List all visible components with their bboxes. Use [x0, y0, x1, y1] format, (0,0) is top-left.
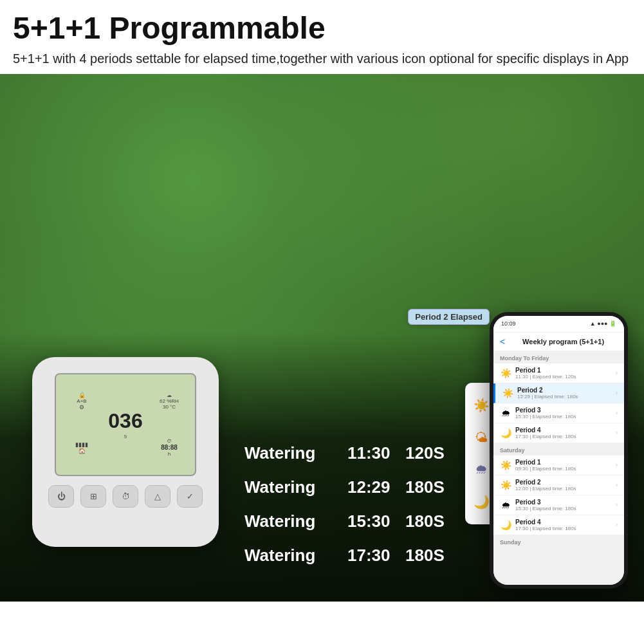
watering-label-3: Watering — [244, 511, 335, 531]
section-monday-friday: Monday To Friday — [493, 351, 624, 363]
period2-elapsed-label: Period 2 Elapsed — [415, 312, 483, 322]
period-sat-4-detail: 17:30 | Elapsed time: 180s — [515, 526, 612, 531]
sidebar-icon-sun-1: ☀️ — [474, 398, 490, 413]
watering-label-1: Watering — [244, 443, 335, 463]
chevron-right-icon: › — [616, 369, 618, 376]
watering-duration-2: 180S — [405, 477, 445, 497]
sidebar-icon-sun-2: 🌤 — [475, 430, 488, 445]
app-screen-title: Weekly program (5+1+1) — [509, 338, 618, 345]
period-sat-3-detail: 15:30 | Elapsed time: 180s — [515, 506, 612, 511]
period-3-name: Period 3 — [515, 407, 612, 414]
period-info-3: Period 3 15:30 | Elapsed time: 180s — [515, 407, 612, 419]
screen-timer-cell: ⏱ 88:88 h — [149, 426, 190, 470]
period-4-detail: 17:30 | Elapsed time: 180s — [515, 434, 612, 439]
screen-env-cell: ☁ 62 %RH 30 °C — [149, 380, 190, 423]
period-icon-sun-sat-2: ☀️ — [500, 480, 511, 490]
time-unit: h — [168, 451, 170, 457]
period-icon-sun-2: ☀️ — [502, 388, 513, 398]
period-icon-moon-sat: 🌙 — [500, 520, 511, 530]
period-4-name: Period 4 — [515, 427, 612, 434]
period-row-sat-3[interactable]: 🌧 Period 3 15:30 | Elapsed time: 180s › — [493, 495, 624, 515]
device-screen: 🔒 A+B ⚙ 036 s ☁ 62 %RH 30 °C ▮▮▮▮ — [55, 373, 196, 476]
period-info-sat-2: Period 2 12:00 | Elapsed time: 180s — [515, 479, 612, 492]
header-section: 5+1+1 Programmable 5+1+1 with 4 periods … — [0, 0, 644, 74]
period-row-mf-2[interactable]: ☀️ Period 2 12:29 | Elapsed time: 180s › — [493, 383, 624, 403]
device-btn-timer[interactable]: ⏱ — [113, 485, 138, 508]
period-1-detail: 11:30 | Elapsed time: 120s — [515, 374, 612, 380]
watering-time-2: 12:29 — [347, 477, 392, 497]
screen-unit-s: s — [124, 433, 127, 439]
smartphone: 10:09 ▲ ●●● 🔋 < Weekly program (5+1+1) M… — [490, 312, 628, 589]
device-container: 🔒 A+B ⚙ 036 s ☁ 62 %RH 30 °C ▮▮▮▮ — [32, 357, 232, 563]
period-row-sat-1[interactable]: ☀️ Period 1 09:30 | Elapsed time: 180s › — [493, 455, 624, 475]
screen-battery-cell: ▮▮▮▮ 🏠 — [61, 426, 102, 470]
period-info-sat-4: Period 4 17:30 | Elapsed time: 180s — [515, 519, 612, 531]
period-icon-rain-sat: 🌧 — [500, 500, 511, 510]
period2-elapsed-badge: Period 2 Elapsed — [408, 309, 490, 325]
watering-time-4: 17:30 — [347, 546, 392, 566]
watering-time-1: 11:30 — [347, 443, 392, 463]
period-info-4: Period 4 17:30 | Elapsed time: 180s — [515, 427, 612, 439]
watering-duration-4: 180S — [405, 546, 445, 566]
period-sat-1-name: Period 1 — [515, 459, 612, 466]
status-bar: 10:09 ▲ ●●● 🔋 — [493, 316, 624, 333]
device-btn-power[interactable]: ⏻ — [48, 485, 74, 508]
watering-label-4: Watering — [244, 546, 335, 566]
back-button[interactable]: < — [500, 336, 505, 347]
sidebar-icon-moon: 🌙 — [474, 494, 490, 510]
period-row-sat-4[interactable]: 🌙 Period 4 17:30 | Elapsed time: 180s › — [493, 515, 624, 535]
device-buttons: ⏻ ⊞ ⏱ △ ✓ — [48, 485, 203, 508]
time-display: 88:88 — [161, 444, 178, 451]
period-info-2: Period 2 12:29 | Elapsed time: 180s — [517, 387, 612, 400]
section-saturday: Saturday — [493, 443, 624, 455]
chevron-right-icon-2: › — [616, 389, 618, 396]
watering-label-2: Watering — [244, 477, 335, 497]
period-icon-rain: 🌧 — [500, 408, 511, 418]
watering-row-3: Watering 15:30 180S — [244, 508, 476, 535]
period-1-name: Period 1 — [515, 367, 612, 374]
watering-row-2: Watering 12:29 180S — [244, 474, 476, 501]
period-row-mf-1[interactable]: ☀️ Period 1 11:30 | Elapsed time: 120s › — [493, 363, 624, 383]
smart-controller-device: 🔒 A+B ⚙ 036 s ☁ 62 %RH 30 °C ▮▮▮▮ — [32, 357, 219, 547]
period-sat-2-name: Period 2 — [515, 479, 612, 486]
device-btn-up[interactable]: △ — [145, 485, 170, 508]
background-area: 🔒 A+B ⚙ 036 s ☁ 62 %RH 30 °C ▮▮▮▮ — [0, 74, 644, 602]
watering-duration-3: 180S — [405, 511, 445, 531]
period-info-sat-1: Period 1 09:30 | Elapsed time: 180s — [515, 459, 612, 472]
period-row-mf-3[interactable]: 🌧 Period 3 15:30 | Elapsed time: 180s › — [493, 403, 624, 423]
screen-number: 036 — [108, 409, 142, 433]
period-sat-4-name: Period 4 — [515, 519, 612, 526]
watering-info-panel: Watering 11:30 120S Watering 12:29 180S … — [244, 439, 476, 576]
app-header: < Weekly program (5+1+1) — [493, 333, 624, 351]
chevron-icon-sat-4: › — [616, 521, 618, 528]
screen-icons-cell: 🔒 A+B ⚙ — [61, 380, 102, 423]
screen-main-display: 036 s — [105, 380, 146, 470]
period-2-detail: 12:29 | Elapsed time: 180s — [517, 394, 612, 400]
watering-duration-1: 120S — [405, 443, 445, 463]
period-info-1: Period 1 11:30 | Elapsed time: 120s — [515, 367, 612, 380]
period-sat-3-name: Period 3 — [515, 499, 612, 506]
sub-title: 5+1+1 with 4 periods settable for elapse… — [13, 50, 631, 68]
chevron-icon-sat-1: › — [616, 461, 618, 468]
main-title: 5+1+1 Programmable — [13, 12, 631, 46]
status-time: 10:09 — [501, 320, 516, 327]
period-2-name: Period 2 — [517, 387, 612, 394]
watering-row-1: Watering 11:30 120S — [244, 439, 476, 467]
phone-app-body: Monday To Friday ☀️ Period 1 11:30 | Ela… — [493, 351, 624, 585]
phone-container: 10:09 ▲ ●●● 🔋 < Weekly program (5+1+1) M… — [490, 312, 631, 589]
chevron-icon-sat-2: › — [616, 481, 618, 488]
watering-time-3: 15:30 — [347, 511, 392, 531]
status-icons: ▲ ●●● 🔋 — [590, 320, 616, 327]
period-sat-2-detail: 12:00 | Elapsed time: 180s — [515, 486, 612, 492]
humidity-display: 62 %RH — [160, 398, 179, 404]
period-row-mf-4[interactable]: 🌙 Period 4 17:30 | Elapsed time: 180s › — [493, 423, 624, 443]
period-icon-moon: 🌙 — [500, 428, 511, 438]
section-sunday: Sunday — [493, 535, 624, 547]
period-sat-1-detail: 09:30 | Elapsed time: 180s — [515, 466, 612, 472]
device-btn-grid[interactable]: ⊞ — [80, 485, 106, 508]
sidebar-icon-rain: 🌧 — [475, 462, 488, 477]
period-row-sat-2[interactable]: ☀️ Period 2 12:00 | Elapsed time: 180s › — [493, 475, 624, 495]
device-btn-confirm[interactable]: ✓ — [177, 485, 203, 508]
period-icon-sun: ☀️ — [500, 368, 511, 378]
chevron-right-icon-3: › — [616, 409, 618, 416]
